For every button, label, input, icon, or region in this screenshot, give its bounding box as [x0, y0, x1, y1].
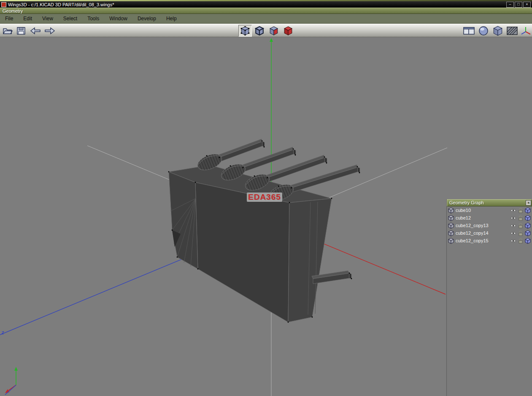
- object-row-cube12-copy14[interactable]: cube12_copy14: [447, 229, 532, 237]
- geometry-graph-list: cube10 cube12 cube12_copy13: [447, 206, 532, 396]
- body-select-mode-button[interactable]: [281, 25, 295, 37]
- save-file-icon[interactable]: [15, 25, 27, 36]
- lock-icon[interactable]: [518, 215, 523, 221]
- object-name[interactable]: cube12_copy15: [456, 238, 489, 243]
- geometry-graph-close-button[interactable]: ×: [526, 200, 531, 206]
- menu-help[interactable]: Help: [161, 14, 182, 23]
- minimize-button[interactable]: –: [506, 2, 514, 8]
- geometry-window-titlebar: Geometry: [0, 8, 532, 14]
- geometry-graph-panel: Geometry Graph × cube10 cube12: [446, 199, 532, 396]
- redo-icon[interactable]: [44, 25, 56, 36]
- menu-file[interactable]: File: [0, 14, 18, 23]
- wireframe-toggle-icon[interactable]: [525, 207, 531, 214]
- object-name[interactable]: cube12_copy14: [456, 231, 489, 236]
- app-icon: [1, 2, 6, 7]
- object-name[interactable]: cube12: [456, 215, 471, 220]
- wings3d-window: Wings3D - c:/1.KICAD 3D PART/dil/dil_08_…: [0, 0, 532, 396]
- open-file-icon[interactable]: [2, 25, 14, 36]
- menu-tools[interactable]: Tools: [82, 14, 104, 23]
- menu-develop[interactable]: Develop: [132, 14, 161, 23]
- lock-icon[interactable]: [518, 208, 523, 213]
- y-axis-arrow: [270, 38, 273, 42]
- menubar: File Edit View Select Tools Window Devel…: [0, 14, 532, 24]
- model-pin-header[interactable]: [168, 139, 360, 323]
- object-cube-icon: [448, 215, 454, 221]
- menu-select[interactable]: Select: [58, 14, 82, 23]
- restore-button[interactable]: □: [515, 2, 522, 8]
- geometry-graph-titlebar[interactable]: Geometry Graph ×: [447, 199, 532, 206]
- object-row-cube12[interactable]: cube12: [447, 214, 532, 222]
- object-cube-icon: [448, 230, 454, 236]
- object-cube-icon: [448, 238, 454, 244]
- eda365-watermark: EDA365: [247, 193, 282, 202]
- z-axis-label: z: [1, 329, 4, 336]
- object-cube-icon: [448, 222, 454, 229]
- window-title: Wings3D - c:/1.KICAD 3D PART/dil/dil_08_…: [8, 2, 506, 7]
- menu-window[interactable]: Window: [104, 14, 132, 23]
- menu-view[interactable]: View: [37, 14, 58, 23]
- visibility-eye-icon[interactable]: [510, 216, 516, 220]
- toolbar: [0, 24, 532, 37]
- titlebar: Wings3D - c:/1.KICAD 3D PART/dil/dil_08_…: [0, 1, 532, 8]
- object-cube-icon: [448, 207, 454, 214]
- lock-icon[interactable]: [518, 238, 523, 244]
- object-name[interactable]: cube12_copy13: [456, 223, 489, 228]
- wireframe-toggle-icon[interactable]: [525, 238, 531, 244]
- vertex-select-mode-button[interactable]: [238, 25, 252, 37]
- view-windows-icon[interactable]: [463, 25, 475, 36]
- lock-icon[interactable]: [518, 231, 523, 236]
- lock-icon[interactable]: [518, 223, 523, 228]
- wireframe-toggle-icon[interactable]: [525, 222, 531, 229]
- visibility-eye-icon[interactable]: [510, 239, 516, 243]
- object-row-cube12-copy13[interactable]: cube12_copy13: [447, 222, 532, 229]
- show-grid-icon[interactable]: [506, 25, 518, 36]
- wireframe-toggle-icon[interactable]: [525, 230, 531, 236]
- object-name[interactable]: cube10: [456, 208, 471, 213]
- face-select-mode-button[interactable]: [267, 25, 281, 37]
- visibility-eye-icon[interactable]: [510, 223, 516, 228]
- object-row-cube10[interactable]: cube10: [447, 206, 532, 214]
- edge-select-mode-button[interactable]: [253, 25, 266, 37]
- visibility-eye-icon[interactable]: [510, 208, 516, 213]
- menu-edit[interactable]: Edit: [18, 14, 37, 23]
- smooth-shading-icon[interactable]: [478, 25, 489, 36]
- object-row-cube12-copy15[interactable]: cube12_copy15: [447, 237, 532, 244]
- show-objects-icon[interactable]: [492, 25, 504, 36]
- visibility-eye-icon[interactable]: [510, 231, 516, 236]
- undo-icon[interactable]: [30, 25, 41, 36]
- mini-axis-indicator: [5, 367, 18, 395]
- show-axes-icon[interactable]: [520, 25, 532, 36]
- wireframe-toggle-icon[interactable]: [525, 215, 531, 221]
- close-button[interactable]: ×: [523, 2, 531, 8]
- geometry-graph-title: Geometry Graph: [449, 200, 484, 205]
